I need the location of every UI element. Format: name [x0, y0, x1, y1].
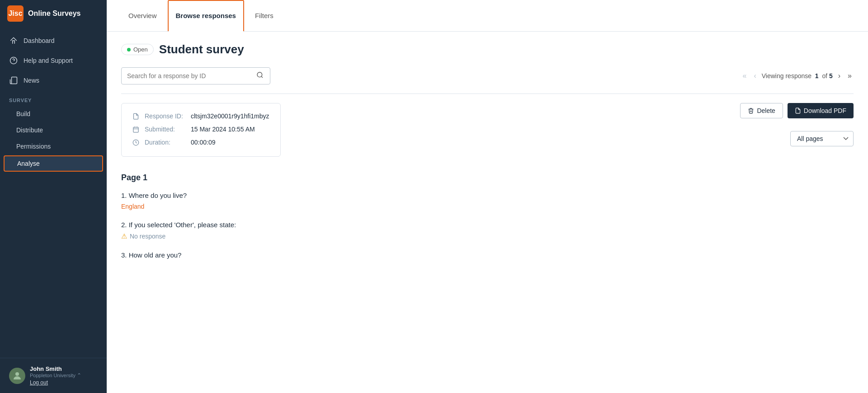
logout-link[interactable]: Log out: [30, 379, 98, 386]
svg-point-8: [15, 372, 19, 376]
pagination-last-button[interactable]: »: [846, 71, 854, 81]
answer-text-1: England: [121, 203, 854, 210]
trash-icon: [748, 108, 754, 114]
response-metadata-card: Response ID: cltsjm32e0001r9y1hfi1mbyz S…: [121, 103, 281, 157]
tab-filters[interactable]: Filters: [248, 0, 281, 31]
tab-overview[interactable]: Overview: [121, 0, 164, 31]
sidebar-item-news[interactable]: News: [0, 70, 107, 90]
response-actions: Delete Download PDF: [740, 103, 854, 118]
svg-point-9: [257, 72, 262, 77]
pages-dropdown[interactable]: All pages Page 1 Page 2: [790, 131, 854, 146]
user-info: John Smith Poppleton University ⌃ Log ou…: [30, 365, 98, 386]
survey-title: Student survey: [159, 42, 244, 56]
pagination-first-button[interactable]: «: [741, 71, 749, 81]
question-block-2: 2. If you selected 'Other', please state…: [121, 221, 854, 240]
sidebar: Jisc Online Surveys Dashboard Help and S…: [0, 0, 107, 393]
search-pagination-row: « ‹ Viewing response 1 of 5 › »: [121, 67, 854, 84]
user-caret-icon: ⌃: [77, 372, 81, 379]
page-heading: Page 1: [121, 173, 854, 182]
question-text-3: 3. How old are you?: [121, 251, 854, 259]
search-button[interactable]: [255, 71, 264, 80]
sidebar-item-distribute[interactable]: Distribute: [0, 122, 107, 138]
warning-icon: ⚠: [121, 232, 127, 240]
avatar: [9, 368, 25, 384]
sidebar-item-build[interactable]: Build: [0, 106, 107, 122]
survey-header: Open Student survey: [121, 42, 854, 56]
newspaper-icon: [9, 76, 18, 85]
main-content: Overview Browse responses Filters Open S…: [107, 0, 868, 393]
delete-button[interactable]: Delete: [740, 103, 783, 118]
document-icon: [132, 113, 139, 121]
calendar-icon: [132, 126, 139, 134]
survey-section-label: SURVEY: [0, 90, 107, 106]
home-icon: [9, 36, 18, 45]
sidebar-nav: Dashboard Help and Support News SURVEY: [0, 27, 107, 358]
app-name: Online Surveys: [28, 9, 81, 18]
response-submitted-field: Submitted: 15 Mar 2024 10:55 AM: [132, 126, 269, 134]
page-content: Open Student survey « ‹ Viewing response: [107, 32, 868, 393]
user-name: John Smith: [30, 365, 98, 372]
user-org: Poppleton University ⌃: [30, 372, 98, 379]
content-divider: [121, 94, 854, 94]
svg-line-10: [261, 76, 263, 78]
status-dot: [127, 48, 131, 51]
response-duration-field: Duration: 00:00:09: [132, 139, 269, 147]
sidebar-item-permissions[interactable]: Permissions: [0, 138, 107, 154]
question-circle-icon: [9, 56, 18, 65]
pages-dropdown-row: All pages Page 1 Page 2: [790, 131, 854, 146]
tabs-bar: Overview Browse responses Filters: [107, 0, 868, 32]
pagination-prev-button[interactable]: ‹: [752, 71, 758, 81]
question-text-1: 1. Where do you live?: [121, 192, 854, 199]
pagination-next-button[interactable]: ›: [836, 71, 842, 81]
sidebar-logo: Jisc Online Surveys: [0, 0, 107, 27]
search-input[interactable]: [127, 72, 255, 80]
question-text-2: 2. If you selected 'Other', please state…: [121, 221, 854, 229]
pagination-info: « ‹ Viewing response 1 of 5 › »: [741, 71, 854, 81]
search-box: [121, 67, 270, 84]
sidebar-item-analyse[interactable]: Analyse: [4, 155, 103, 172]
clock-icon: [132, 139, 139, 147]
sidebar-item-dashboard[interactable]: Dashboard: [0, 31, 107, 51]
sidebar-item-help[interactable]: Help and Support: [0, 51, 107, 70]
survey-page-content: Page 1 1. Where do you live? England 2. …: [121, 173, 854, 259]
status-badge: Open: [121, 44, 154, 55]
svg-rect-11: [133, 127, 138, 132]
download-pdf-button[interactable]: Download PDF: [788, 103, 854, 118]
jisc-logo-badge: Jisc: [7, 5, 24, 22]
question-block-1: 1. Where do you live? England: [121, 192, 854, 210]
tab-browse-responses[interactable]: Browse responses: [168, 0, 244, 31]
response-id-field: Response ID: cltsjm32e0001r9y1hfi1mbyz: [132, 112, 269, 121]
no-response-2: ⚠ No response: [121, 232, 854, 240]
download-icon: [795, 108, 801, 114]
viewing-text: Viewing response 1 of 5: [762, 72, 833, 80]
sidebar-footer: John Smith Poppleton University ⌃ Log ou…: [0, 358, 107, 393]
question-block-3: 3. How old are you?: [121, 251, 854, 259]
